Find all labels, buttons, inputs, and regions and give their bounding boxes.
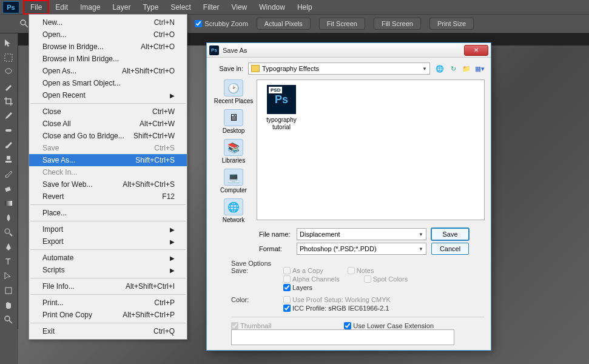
menuitem-export[interactable]: Export▶ [29,235,187,248]
svg-rect-7 [5,187,11,192]
place-recent[interactable]: 🕑Recent Places [214,79,253,104]
menuitem-save-as-[interactable]: Save As...Shift+Ctrl+S [29,154,187,166]
lowercase-checkbox[interactable]: Use Lower Case Extension [344,322,434,329]
menu-help[interactable]: Help [291,1,318,13]
filename-input[interactable]: Displacement▼ [297,228,426,240]
proof-checkbox[interactable]: Use Proof Setup: Working CMYK [283,296,391,303]
svg-line-10 [10,234,12,236]
svg-line-1 [25,24,28,27]
gradient-tool[interactable] [0,196,17,211]
save-button[interactable]: Save [431,228,469,240]
svg-text:T: T [5,257,11,266]
print-size-button[interactable]: Print Size [429,18,474,30]
menuitem-open-recent[interactable]: Open Recent▶ [29,89,187,101]
shape-tool[interactable] [0,283,17,298]
menuitem-open-[interactable]: Open...Ctrl+O [29,29,187,41]
type-tool[interactable]: T [0,254,17,269]
eyedropper-tool[interactable] [0,109,17,123]
nav-view-icon[interactable]: ▦▾ [475,64,485,73]
menuitem-close-all[interactable]: Close AllAlt+Ctrl+W [29,118,187,130]
menu-view[interactable]: View [225,1,253,13]
format-combo[interactable]: Photoshop (*.PSD;*.PDD)▼ [297,243,426,255]
menuitem-automate[interactable]: Automate▶ [29,252,187,264]
format-label: Format: [259,245,292,252]
stamp-tool[interactable] [0,152,17,167]
lasso-tool[interactable] [0,65,17,79]
marquee-tool[interactable] [0,50,17,65]
savein-combo[interactable]: Typography Effects ▼ [248,62,430,75]
place-desktop[interactable]: 🖥Desktop [223,109,245,134]
save-section-label: Save: [231,267,283,291]
scrubby-zoom-checkbox[interactable]: Scrubby Zoom [195,20,248,27]
menuitem-browse-in-bridge-[interactable]: Browse in Bridge...Alt+Ctrl+O [29,41,187,53]
path-select-tool[interactable] [0,269,17,283]
file-name-label: typography tutorial [262,116,301,131]
menuitem-place-[interactable]: Place... [29,207,187,219]
layers-checkbox[interactable]: Layers [283,284,408,291]
notes-checkbox[interactable]: Notes [348,267,374,274]
menuitem-exit[interactable]: ExitCtrl+Q [29,325,187,337]
menuitem-scripts[interactable]: Scripts▶ [29,264,187,276]
menuitem-print-one-copy[interactable]: Print One CopyAlt+Shift+Ctrl+P [29,309,187,321]
nav-up-icon[interactable]: ↻ [448,64,458,73]
thumbnail-checkbox[interactable]: Thumbnail [231,322,271,329]
warning-area [231,329,454,345]
menuitem-new-[interactable]: New...Ctrl+N [29,16,187,29]
nav-back-icon[interactable]: 🌐 [435,64,445,73]
alpha-checkbox[interactable]: Alpha Channels [283,275,340,283]
menu-window[interactable]: Window [253,1,291,13]
as-copy-checkbox[interactable]: As a Copy [283,267,323,274]
menu-select[interactable]: Select [164,1,197,13]
app-logo: Ps [2,1,19,13]
icc-checkbox[interactable]: ICC Profile: sRGB IEC61966-2.1 [283,305,391,312]
fit-screen-button[interactable]: Fit Screen [319,18,365,30]
heal-tool[interactable] [0,123,17,138]
menuitem-open-as-smart-object-[interactable]: Open as Smart Object... [29,77,187,89]
menubar: Ps File Edit Image Layer Type Select Fil… [0,0,589,14]
menu-layer[interactable]: Layer [106,1,136,13]
zoom-tool[interactable] [0,312,17,327]
crop-tool[interactable] [0,94,17,109]
svg-rect-12 [5,288,12,294]
menu-filter[interactable]: Filter [197,1,226,13]
move-tool[interactable] [0,36,17,50]
dialog-close-button[interactable]: ✕ [464,45,488,56]
menuitem-open-as-[interactable]: Open As...Alt+Shift+Ctrl+O [29,65,187,77]
fill-screen-button[interactable]: Fill Screen [374,18,421,30]
cancel-button[interactable]: Cancel [431,243,469,255]
menuitem-print-[interactable]: Print...Ctrl+P [29,297,187,309]
hand-tool[interactable] [0,298,17,312]
brush-tool[interactable] [0,138,17,152]
menu-type[interactable]: Type [136,1,164,13]
nav-newfolder-icon[interactable]: 📁 [462,64,471,73]
menu-edit[interactable]: Edit [49,1,74,13]
place-network[interactable]: 🌐Network [223,198,245,223]
eraser-tool[interactable] [0,181,17,196]
place-computer[interactable]: 💻Computer [220,169,247,194]
actual-pixels-button[interactable]: Actual Pixels [257,18,311,30]
menuitem-close-and-go-to-bridge-[interactable]: Close and Go to Bridge...Shift+Ctrl+W [29,130,187,142]
wand-tool[interactable] [0,79,17,94]
file-list[interactable]: Ps typography tutorial [257,79,485,220]
menu-file[interactable]: File [23,0,49,15]
menuitem-browse-in-mini-bridge-[interactable]: Browse in Mini Bridge... [29,53,187,65]
dialog-titlebar[interactable]: Ps Save As ✕ [207,43,491,58]
pen-tool[interactable] [0,240,17,254]
menuitem-save-for-web-[interactable]: Save for Web...Alt+Shift+Ctrl+S [29,178,187,190]
svg-rect-4 [5,129,12,132]
menu-image[interactable]: Image [74,1,106,13]
psd-file-icon: Ps [267,85,296,114]
menuitem-file-info-[interactable]: File Info...Alt+Shift+Ctrl+I [29,280,187,292]
menuitem-close[interactable]: CloseCtrl+W [29,106,187,118]
color-section-label: Color: [231,296,283,312]
file-item[interactable]: Ps typography tutorial [262,85,301,131]
history-brush-tool[interactable] [0,167,17,181]
menuitem-import[interactable]: Import▶ [29,223,187,235]
menuitem-check-in-[interactable]: Check In... [29,166,187,178]
spot-checkbox[interactable]: Spot Colors [364,275,408,283]
menuitem-revert[interactable]: RevertF12 [29,190,187,203]
blur-tool[interactable] [0,211,17,225]
dodge-tool[interactable] [0,225,17,240]
place-libraries[interactable]: 📚Libraries [222,139,245,164]
menuitem-save[interactable]: SaveCtrl+S [29,142,187,154]
